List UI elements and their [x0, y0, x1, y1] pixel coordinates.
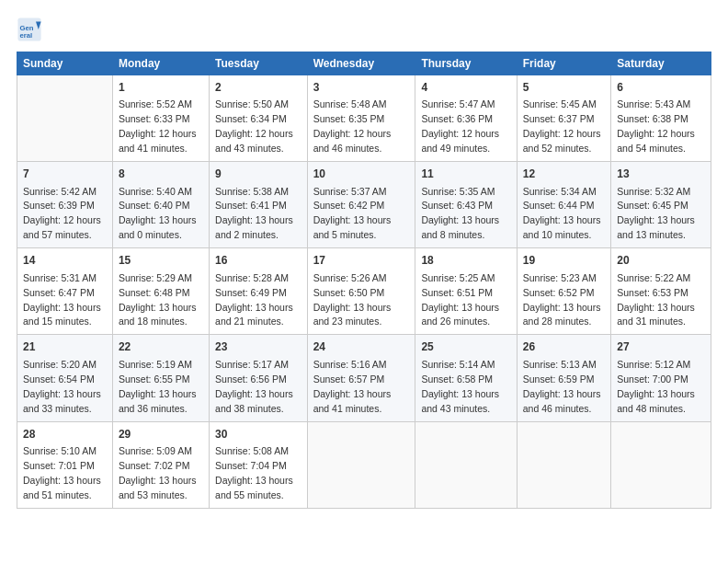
cell-daylight: Daylight: 12 hours and 54 minutes. — [617, 128, 695, 154]
calendar-cell: 4Sunrise: 5:47 AMSunset: 6:36 PMDaylight… — [415, 75, 517, 162]
week-row-4: 28Sunrise: 5:10 AMSunset: 7:01 PMDayligh… — [17, 421, 711, 508]
calendar-cell — [415, 421, 517, 508]
cell-sunrise: Sunrise: 5:25 AM — [421, 272, 495, 283]
calendar-cell: 28Sunrise: 5:10 AMSunset: 7:01 PMDayligh… — [17, 421, 113, 508]
cell-daylight: Daylight: 12 hours and 49 minutes. — [421, 128, 499, 154]
calendar-cell: 20Sunrise: 5:22 AMSunset: 6:53 PMDayligh… — [611, 248, 711, 335]
cell-date: 21 — [23, 339, 107, 355]
cell-sunrise: Sunrise: 5:48 AM — [313, 98, 387, 109]
cell-date: 2 — [215, 80, 301, 96]
cell-daylight: Daylight: 13 hours and 23 minutes. — [313, 302, 392, 327]
cell-date: 12 — [523, 167, 605, 182]
cell-sunset: Sunset: 6:36 PM — [421, 113, 493, 124]
cell-sunset: Sunset: 6:48 PM — [119, 287, 190, 298]
cell-sunrise: Sunrise: 5:08 AM — [215, 445, 289, 456]
calendar-cell: 15Sunrise: 5:29 AMSunset: 6:48 PMDayligh… — [112, 248, 209, 335]
cell-date: 28 — [23, 427, 107, 442]
calendar-cell: 16Sunrise: 5:28 AMSunset: 6:49 PMDayligh… — [210, 248, 308, 335]
day-header-tuesday: Tuesday — [210, 52, 308, 75]
cell-daylight: Daylight: 13 hours and 38 minutes. — [215, 388, 293, 414]
cell-sunset: Sunset: 6:59 PM — [523, 373, 595, 385]
cell-date: 16 — [215, 253, 301, 269]
cell-sunset: Sunset: 6:43 PM — [421, 200, 493, 211]
cell-date: 3 — [313, 80, 410, 96]
calendar-cell: 27Sunrise: 5:12 AMSunset: 7:00 PMDayligh… — [611, 335, 711, 421]
cell-daylight: Daylight: 13 hours and 13 minutes. — [617, 214, 695, 240]
cell-sunset: Sunset: 6:50 PM — [313, 287, 385, 298]
cell-sunrise: Sunrise: 5:23 AM — [523, 272, 597, 283]
cell-sunset: Sunset: 6:35 PM — [313, 113, 385, 124]
cell-sunset: Sunset: 6:42 PM — [313, 200, 385, 211]
cell-sunrise: Sunrise: 5:26 AM — [313, 272, 387, 283]
calendar-table: SundayMondayTuesdayWednesdayThursdayFrid… — [17, 52, 711, 509]
cell-sunrise: Sunrise: 5:35 AM — [421, 186, 495, 197]
cell-daylight: Daylight: 13 hours and 5 minutes. — [313, 214, 392, 240]
cell-sunset: Sunset: 6:52 PM — [523, 287, 595, 298]
cell-daylight: Daylight: 13 hours and 46 minutes. — [523, 388, 601, 414]
cell-sunrise: Sunrise: 5:17 AM — [215, 359, 289, 370]
cell-sunrise: Sunrise: 5:14 AM — [421, 359, 495, 370]
cell-date: 9 — [215, 167, 301, 182]
calendar-cell: 26Sunrise: 5:13 AMSunset: 6:59 PMDayligh… — [517, 335, 610, 421]
cell-sunrise: Sunrise: 5:43 AM — [617, 98, 690, 109]
calendar-cell: 12Sunrise: 5:34 AMSunset: 6:44 PMDayligh… — [517, 162, 610, 248]
cell-sunset: Sunset: 6:55 PM — [119, 373, 190, 385]
cell-date: 7 — [23, 167, 107, 182]
cell-sunset: Sunset: 6:54 PM — [23, 373, 95, 385]
cell-sunrise: Sunrise: 5:16 AM — [313, 359, 387, 370]
calendar-cell — [307, 421, 415, 508]
calendar-cell: 7Sunrise: 5:42 AMSunset: 6:39 PMDaylight… — [17, 162, 113, 248]
cell-sunrise: Sunrise: 5:31 AM — [23, 272, 97, 283]
calendar-cell: 18Sunrise: 5:25 AMSunset: 6:51 PMDayligh… — [415, 248, 517, 335]
cell-sunrise: Sunrise: 5:12 AM — [617, 359, 690, 370]
cell-sunset: Sunset: 6:34 PM — [215, 113, 287, 124]
cell-sunset: Sunset: 6:56 PM — [215, 373, 287, 385]
cell-sunset: Sunset: 7:01 PM — [23, 460, 95, 471]
calendar-cell — [611, 421, 711, 508]
calendar-cell: 25Sunrise: 5:14 AMSunset: 6:58 PMDayligh… — [415, 335, 517, 421]
cell-sunrise: Sunrise: 5:37 AM — [313, 186, 387, 197]
calendar-cell: 21Sunrise: 5:20 AMSunset: 6:54 PMDayligh… — [17, 335, 113, 421]
cell-sunrise: Sunrise: 5:09 AM — [119, 445, 192, 456]
cell-date: 18 — [421, 253, 510, 269]
cell-daylight: Daylight: 13 hours and 48 minutes. — [617, 388, 695, 414]
cell-sunrise: Sunrise: 5:42 AM — [23, 186, 97, 197]
cell-sunset: Sunset: 6:57 PM — [313, 373, 385, 385]
cell-daylight: Daylight: 13 hours and 18 minutes. — [119, 302, 197, 327]
cell-daylight: Daylight: 13 hours and 31 minutes. — [617, 302, 695, 327]
cell-date: 19 — [523, 253, 605, 269]
cell-daylight: Daylight: 12 hours and 41 minutes. — [119, 128, 197, 154]
cell-date: 22 — [119, 339, 203, 355]
cell-sunset: Sunset: 6:41 PM — [215, 200, 287, 211]
cell-sunset: Sunset: 6:58 PM — [421, 373, 493, 385]
cell-daylight: Daylight: 13 hours and 33 minutes. — [23, 388, 101, 414]
calendar-cell: 2Sunrise: 5:50 AMSunset: 6:34 PMDaylight… — [210, 75, 308, 162]
cell-sunrise: Sunrise: 5:10 AM — [23, 445, 97, 456]
cell-date: 29 — [119, 427, 203, 442]
calendar-cell: 13Sunrise: 5:32 AMSunset: 6:45 PMDayligh… — [611, 162, 711, 248]
cell-daylight: Daylight: 13 hours and 36 minutes. — [119, 388, 197, 414]
day-header-saturday: Saturday — [611, 52, 711, 75]
cell-sunset: Sunset: 6:49 PM — [215, 287, 287, 298]
cell-daylight: Daylight: 13 hours and 51 minutes. — [23, 475, 101, 500]
calendar-cell: 1Sunrise: 5:52 AMSunset: 6:33 PMDaylight… — [112, 75, 209, 162]
cell-sunset: Sunset: 7:04 PM — [215, 460, 287, 471]
cell-date: 5 — [523, 80, 605, 96]
cell-date: 24 — [313, 339, 410, 355]
cell-sunset: Sunset: 6:37 PM — [523, 113, 595, 124]
cell-sunrise: Sunrise: 5:19 AM — [119, 359, 192, 370]
cell-date: 14 — [23, 253, 107, 269]
calendar-cell: 29Sunrise: 5:09 AMSunset: 7:02 PMDayligh… — [112, 421, 209, 508]
cell-sunrise: Sunrise: 5:45 AM — [523, 98, 597, 109]
cell-daylight: Daylight: 12 hours and 46 minutes. — [313, 128, 392, 154]
cell-date: 4 — [421, 80, 510, 96]
day-header-wednesday: Wednesday — [307, 52, 415, 75]
cell-sunset: Sunset: 6:33 PM — [119, 113, 190, 124]
day-header-sunday: Sunday — [17, 52, 113, 75]
cell-sunset: Sunset: 7:00 PM — [617, 373, 688, 385]
week-row-2: 14Sunrise: 5:31 AMSunset: 6:47 PMDayligh… — [17, 248, 711, 335]
cell-date: 15 — [119, 253, 203, 269]
cell-date: 1 — [119, 80, 203, 96]
cell-date: 13 — [617, 167, 705, 182]
calendar-cell: 24Sunrise: 5:16 AMSunset: 6:57 PMDayligh… — [307, 335, 415, 421]
